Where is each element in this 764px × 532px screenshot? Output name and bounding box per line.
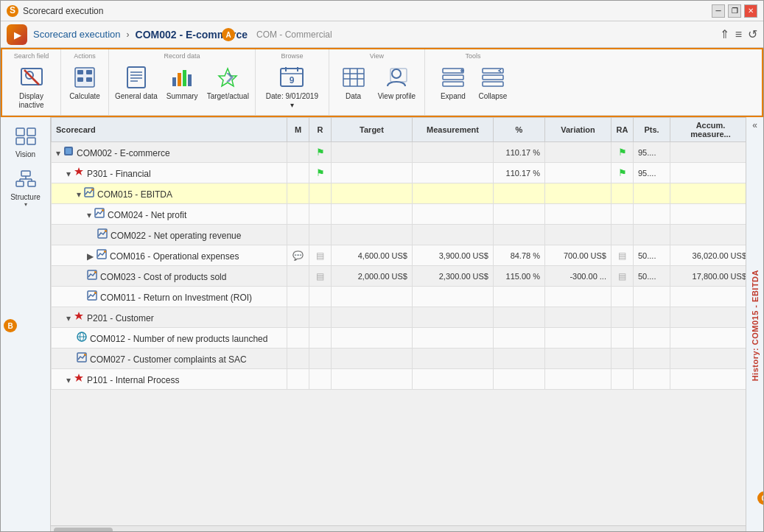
svg-rect-39 [483,75,503,80]
row-target-cell [332,225,413,245]
svg-rect-44 [27,138,35,144]
row-pts-cell [634,287,670,307]
structure-icon [15,170,36,192]
collapse-button[interactable]: Collapse [474,61,511,104]
row-name-cell[interactable]: COM011 - Return on Investment (ROI) [52,287,287,307]
col-header-measurement: Measurement [413,118,494,142]
history-panel[interactable]: « History: COM015 - EBITDA C [746,117,763,532]
row-m-cell [287,163,309,183]
table-row: COM027 - Customer complaints at SAC [52,349,746,369]
row-m-cell [287,266,309,287]
col-header-ra: RA [611,118,634,142]
date-button[interactable]: 9 Date: 9/01/2019 ▾ [262,61,321,113]
row-accum-cell [670,369,746,390]
general-data-button[interactable]: General data [112,61,161,104]
row-name-cell[interactable]: COM023 - Cost of products sold [52,266,287,287]
row-r-cell: ▤ [309,266,332,287]
row-name-cell[interactable]: ▾P301 - Financial [52,163,287,183]
collapse-row-icon[interactable]: ▾ [66,313,71,323]
scorecard-table: Scorecard M R Target Measurement % Varia… [51,117,746,390]
collapse-row-icon[interactable]: ▾ [87,210,91,220]
row-m-cell [287,307,309,328]
table-wrapper[interactable]: Scorecard M R Target Measurement % Varia… [51,117,746,525]
row-name-cell[interactable]: ▾COM024 - Net profit [52,204,287,225]
row-r-cell [309,225,332,245]
expand-button[interactable]: Expand [435,61,472,104]
table-row: ▾P201 - Customer [52,307,746,328]
vision-icon [15,127,36,149]
collapse-icon [480,64,506,91]
general-data-icon [123,64,150,91]
svg-rect-42 [27,128,35,136]
row-m-cell [287,225,309,245]
row-ra-cell: ▤ [611,245,634,266]
collapse-row-icon[interactable]: ▾ [66,375,71,385]
data-button[interactable]: Data [335,61,372,104]
toolbar-section-record: Record data General data [109,49,256,115]
content-area: Scorecard M R Target Measurement % Varia… [51,117,746,532]
row-name-cell[interactable]: COM027 - Customer complaints at SAC [52,349,287,369]
row-measurement-cell [413,204,494,225]
row-name-cell[interactable]: ▾COM015 - EBITDA [52,183,287,204]
svg-rect-11 [77,77,83,82]
nav-menu-icon[interactable]: ≡ [735,28,742,41]
search-section-label: Search field [5,52,57,60]
row-name: COM023 - Cost of products sold [100,272,226,282]
view-profile-button[interactable]: View profile [375,61,419,104]
vision-button[interactable]: Vision [1,123,50,163]
expand-row-icon[interactable]: ▶ [87,251,94,262]
row-measurement-cell [413,163,494,183]
svg-rect-34 [443,69,463,73]
row-variation-cell [545,369,611,390]
target-actual-button[interactable]: Target/actual [204,61,252,104]
table-row: ▶COM016 - Operational expenses💬▤4,600.00… [52,245,746,266]
label-b: B [4,319,17,332]
collapse-row-icon[interactable]: ▾ [77,189,81,200]
row-name-cell[interactable]: COM022 - Net operating revenue [52,225,287,245]
nav-up-icon[interactable]: ⇑ [720,27,729,41]
structure-button[interactable]: Structure ▾ [1,166,50,212]
row-ra-cell [611,287,634,307]
svg-rect-41 [16,128,24,136]
row-pts-cell [634,204,670,225]
row-name-cell[interactable]: ▶COM016 - Operational expenses [52,245,287,266]
row-m-cell [287,183,309,204]
horizontal-scrollbar[interactable] [51,525,746,532]
close-button[interactable]: ✕ [744,4,757,18]
row-target-cell [332,183,413,204]
row-variation-cell: -300.00 ... [545,266,611,287]
collapse-row-icon[interactable]: ▾ [56,148,60,158]
row-name: P301 - Financial [87,169,151,179]
minimize-button[interactable]: ─ [712,4,725,18]
general-data-label: General data [115,92,158,101]
row-name-cell[interactable]: COM012 - Number of new products launched [52,328,287,349]
row-name-cell[interactable]: ▾P201 - Customer [52,307,287,328]
display-inactive-button[interactable]: Display inactive [6,61,57,113]
row-variation-cell [545,349,611,369]
row-name-cell[interactable]: ▾P101 - Internal Process [52,369,287,390]
col-header-variation: Variation [545,118,611,142]
row-m-cell [287,349,309,369]
collapse-row-icon[interactable]: ▾ [66,169,71,179]
scrollbar-thumb[interactable] [54,528,113,533]
row-name-cell[interactable]: ▾COM002 - E-commerce [52,142,287,163]
summary-button[interactable]: Summary [164,61,201,104]
display-inactive-icon [18,64,45,91]
row-m-cell: 💬 [287,245,309,266]
history-collapse-icon[interactable]: « [752,120,757,130]
calculate-button[interactable]: Calculate [66,61,103,104]
row-measurement-cell [413,225,494,245]
target-actual-icon [214,64,241,91]
row-measurement-cell: 2,300.00 US$ [413,266,494,287]
table-row: COM011 - Return on Investment (ROI) [52,287,746,307]
row-accum-cell: 36,020.00 US$ [670,245,746,266]
nav-refresh-icon[interactable]: ↺ [748,27,757,41]
row-type-icon [84,189,94,200]
row-m-cell [287,204,309,225]
row-name: COM015 - EBITDA [97,189,172,200]
row-target-cell [332,142,413,163]
restore-button[interactable]: ❐ [728,4,741,18]
breadcrumb-link[interactable]: Scorecard execution [33,29,121,40]
row-name: COM002 - E-commerce [77,148,170,158]
col-header-scorecard: Scorecard [52,118,287,142]
